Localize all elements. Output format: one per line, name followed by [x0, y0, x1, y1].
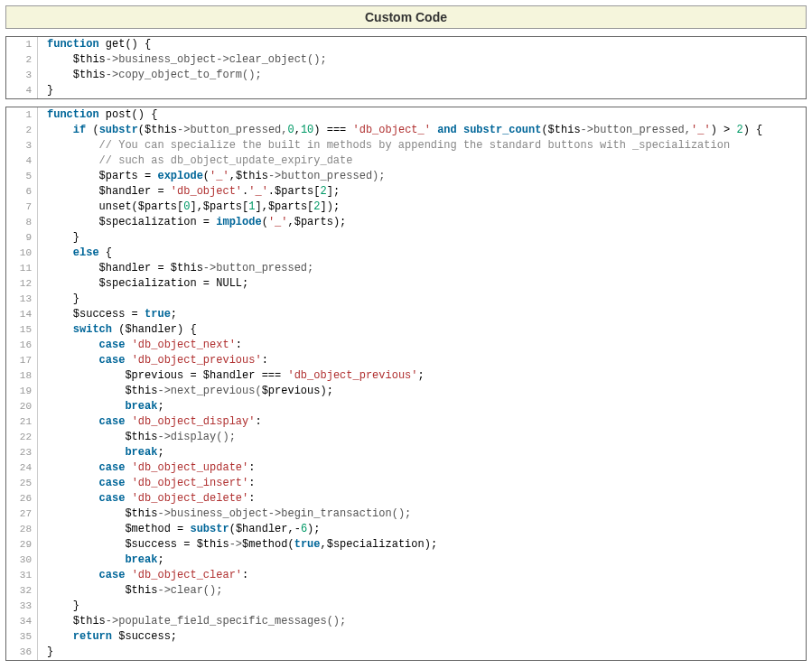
code-token: 2: [313, 200, 320, 213]
code-token: [125, 415, 131, 428]
code-token: case: [99, 415, 126, 428]
code-token: ->next_previous(: [157, 385, 261, 397]
code-token: '_': [210, 170, 229, 182]
code-token: (: [229, 523, 236, 535]
line-number: 20: [6, 399, 38, 414]
code-token: [47, 569, 99, 581]
code-content: return $success;: [38, 629, 807, 645]
code-line: 23 break;: [6, 445, 806, 460]
code-token: [47, 170, 99, 182]
code-line: 18 $previous = $handler === 'db_object_p…: [6, 368, 806, 384]
code-token: [47, 277, 99, 290]
code-token: ->button_pressed,: [177, 124, 287, 136]
code-token: $previous: [262, 385, 321, 397]
code-token: [47, 507, 125, 520]
code-line: 25 case 'db_object_insert':: [6, 476, 806, 491]
code-token: $handler: [99, 262, 152, 274]
line-number: 4: [6, 83, 38, 98]
code-content: $previous = $handler === 'db_object_prev…: [38, 368, 807, 384]
code-token: ) >: [711, 124, 737, 136]
code-token: $success: [125, 538, 177, 551]
code-token: );: [320, 385, 332, 397]
code-token: ]);: [321, 200, 341, 213]
code-token: (: [287, 538, 294, 551]
code-token: $specialization: [99, 216, 197, 228]
code-content: }: [38, 292, 807, 307]
code-token: else: [73, 246, 99, 259]
code-token: ) {: [177, 323, 197, 336]
code-line: 28 $method = substr($handler,-6);: [6, 522, 806, 537]
code-token: ;: [157, 446, 163, 459]
code-token: [47, 461, 99, 474]
code-content: $success = true;: [38, 307, 807, 322]
code-token: true: [145, 308, 171, 321]
code-line: 24 case 'db_object_update':: [6, 460, 806, 476]
code-token: [47, 492, 99, 505]
code-line: 34 $this->populate_field_specific_messag…: [6, 614, 806, 629]
code-content: $parts = explode('_',$this->button_press…: [38, 169, 807, 184]
code-token: 'db_object_next': [132, 339, 236, 351]
code-token: ) {: [743, 124, 763, 136]
line-number: 21: [6, 414, 38, 430]
code-token: .: [268, 185, 275, 198]
code-token: ;: [418, 369, 425, 382]
code-content: $this->next_previous($previous);: [38, 384, 807, 399]
code-content: function get() {: [38, 37, 807, 52]
code-content: $this->display();: [38, 430, 807, 445]
code-token: }: [47, 599, 79, 612]
code-token: $parts: [203, 200, 242, 213]
code-block-post: 1function post() {2 if (substr($this->bu…: [5, 107, 807, 661]
line-number: 17: [6, 353, 38, 368]
code-content: }: [38, 83, 807, 98]
code-content: function post() {: [38, 107, 807, 123]
code-table-post: 1function post() {2 if (substr($this->bu…: [6, 107, 806, 660]
code-token: [47, 69, 73, 81]
code-token: [47, 139, 99, 152]
code-token: post() {: [99, 108, 158, 121]
code-token: [47, 615, 73, 627]
line-number: 25: [6, 476, 38, 491]
code-token: =: [151, 185, 171, 198]
code-token: ];: [327, 185, 340, 198]
code-content: unset($parts[0],$parts[1],$parts[2]);: [38, 200, 807, 215]
code-line: 32 $this->clear();: [6, 583, 806, 599]
code-line: 1function post() {: [6, 107, 806, 123]
code-line: 11 $handler = $this->button_pressed;: [6, 261, 806, 276]
code-token: [47, 216, 99, 228]
code-content: case 'db_object_next':: [38, 338, 807, 353]
code-token: [125, 569, 131, 581]
code-token: :: [236, 339, 242, 351]
code-token: 'db_object_previous': [132, 354, 262, 367]
line-number: 34: [6, 614, 38, 629]
code-line: 15 switch ($handler) {: [6, 322, 806, 338]
code-token: break: [125, 400, 157, 413]
code-token: $handler: [236, 523, 288, 535]
code-token: ->: [229, 538, 242, 551]
code-token: $this: [171, 262, 203, 274]
code-content: // You can specialize the built in metho…: [38, 138, 807, 153]
code-token: $previous: [125, 369, 183, 382]
code-token: ,-: [287, 523, 300, 535]
code-token: ;: [171, 308, 177, 321]
code-token: [125, 339, 131, 351]
code-token: [125, 492, 131, 505]
code-content: $handler = $this->button_pressed;: [38, 261, 807, 276]
code-line: 8 $specialization = implode('_',$parts);: [6, 215, 806, 230]
code-content: case 'db_object_display':: [38, 414, 807, 430]
code-token: [47, 584, 125, 597]
code-line: 4}: [6, 83, 806, 98]
code-content: $success = $this->$method(true,$speciali…: [38, 537, 807, 553]
code-token: );: [333, 216, 346, 228]
code-token: [47, 262, 99, 274]
code-token: ===: [255, 369, 287, 382]
code-token: if: [73, 124, 86, 136]
code-token: ;: [157, 553, 163, 566]
code-token: ;: [171, 630, 177, 643]
code-line: 26 case 'db_object_delete':: [6, 491, 806, 506]
code-content: $this->populate_field_specific_messages(…: [38, 614, 807, 629]
code-token: $handler: [125, 323, 177, 336]
code-token: :: [248, 492, 255, 505]
code-token: [125, 461, 131, 474]
code-block-get: 1function get() {2 $this->business_objec…: [5, 36, 807, 99]
line-number: 29: [6, 537, 38, 553]
